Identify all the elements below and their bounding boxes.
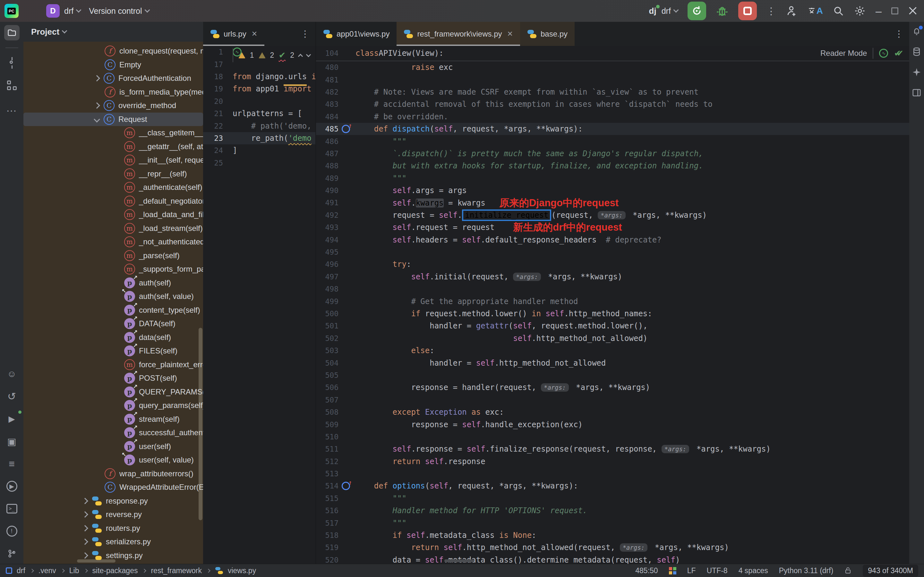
- terminal-tool-icon[interactable]: >_: [4, 501, 19, 516]
- tree-item-query_params-self-[interactable]: pQUERY_PARAMS(self): [23, 385, 203, 399]
- code-line-519[interactable]: 519 return self.http_method_not_allowed(…: [316, 542, 909, 554]
- code-line-506[interactable]: 506 response = handler(request, *args: *…: [316, 381, 909, 393]
- tree-item-_load_data_and_files-s[interactable]: m_load_data_and_files(s: [23, 208, 203, 222]
- stop-button[interactable]: [738, 2, 757, 20]
- code-line-485[interactable]: 485 def dispatch(self, request, *args, *…: [316, 123, 909, 135]
- chevron-right-icon[interactable]: [82, 538, 88, 545]
- code-line-480[interactable]: 480 raise exc: [316, 61, 909, 73]
- breadcrumb-item[interactable]: Lib: [69, 566, 79, 575]
- code-line-25[interactable]: 25: [203, 157, 315, 169]
- rerun-button[interactable]: [687, 2, 706, 20]
- breadcrumb-item[interactable]: drf: [17, 566, 25, 575]
- problems-tool-icon[interactable]: !: [4, 524, 19, 539]
- code-line-511[interactable]: 511 self.response = self.finalize_respon…: [316, 443, 909, 455]
- tree-item-__repr__-self-[interactable]: m__repr__(self): [23, 167, 203, 181]
- tab-base-py[interactable]: base.py: [520, 22, 575, 46]
- code-line-19[interactable]: 19from app01 import views: [203, 83, 315, 95]
- tree-item-request[interactable]: CRequest: [23, 113, 203, 126]
- close-tab-icon[interactable]: ✕: [507, 30, 513, 38]
- tree-item-__init__-self-request-p[interactable]: m__init__(self, request, p: [23, 153, 203, 167]
- tree-item-_supports_form_parsin[interactable]: m_supports_form_parsin: [23, 263, 203, 276]
- tab-app01-views-py[interactable]: app01\views.py: [316, 22, 397, 46]
- code-line-499[interactable]: 499 # Get the appropriate handler method: [316, 295, 909, 307]
- tree-item-stream-self-[interactable]: pstream(self): [23, 413, 203, 426]
- debug-button[interactable]: [716, 5, 729, 17]
- more-tools-icon[interactable]: …: [4, 100, 19, 116]
- code-line-488[interactable]: 488 but with extra hooks for startup, fi…: [316, 160, 909, 172]
- history-tool-icon[interactable]: ↺: [4, 389, 19, 404]
- previous-problem-icon[interactable]: [298, 54, 303, 59]
- tree-item-user-self-value-[interactable]: puser(self, value): [23, 453, 203, 467]
- tree-item-empty[interactable]: CEmpty: [23, 58, 203, 72]
- python-packages-tool-icon[interactable]: ▣: [4, 434, 19, 449]
- code-line-487[interactable]: 487 `.dispatch()` is pretty much the sam…: [316, 148, 909, 160]
- notifications-bell-icon[interactable]: [912, 26, 921, 36]
- tree-item-auth-self-value-[interactable]: pauth(self, value): [23, 290, 203, 303]
- tree-item-response-py[interactable]: response.py: [23, 494, 203, 508]
- sticky-line[interactable]: 104 class APIView(View): Reader Mode ∿ ✔…: [316, 46, 909, 61]
- tree-item-user-self-[interactable]: puser(self): [23, 440, 203, 453]
- all-checks-passed-icon[interactable]: ✔✔: [894, 48, 903, 58]
- code-line-481[interactable]: 481: [316, 73, 909, 85]
- code-line-21[interactable]: 21urlpatterns = [: [203, 108, 315, 119]
- tree-item-is_form_media_type-medi[interactable]: fis_form_media_type(medi: [23, 85, 203, 99]
- services-tool-icon[interactable]: ≡: [4, 456, 19, 471]
- project-panel-header[interactable]: Project: [23, 22, 203, 42]
- tree-item-post-self-[interactable]: pPOST(self): [23, 371, 203, 385]
- code-line-496[interactable]: 496 try:: [316, 258, 909, 271]
- tree-item-_load_stream-self-[interactable]: m_load_stream(self): [23, 222, 203, 235]
- breadcrumb-item[interactable]: site-packages: [92, 566, 138, 575]
- cursor-position[interactable]: 485:50: [635, 566, 658, 575]
- tab-options-icon[interactable]: ⋮: [295, 22, 315, 46]
- code-with-me-button[interactable]: [786, 5, 798, 17]
- code-line-510[interactable]: 510: [316, 431, 909, 443]
- close-tab-icon[interactable]: ✕: [252, 30, 257, 38]
- tab-rest-framework-views-py[interactable]: rest_framework\views.py ✕: [397, 22, 520, 46]
- project-widget[interactable]: D drf: [46, 4, 81, 18]
- tree-item-_parse-self-[interactable]: m_parse(self): [23, 249, 203, 263]
- code-line-22[interactable]: 22 # path('demo,: [203, 119, 315, 132]
- breadcrumb-item[interactable]: views.py: [228, 566, 256, 575]
- window-minimize-button[interactable]: –: [876, 5, 882, 17]
- tree-item-data-self-[interactable]: pDATA(self): [23, 317, 203, 331]
- indent-style[interactable]: 4 spaces: [739, 566, 768, 575]
- code-line-495[interactable]: 495: [316, 246, 909, 258]
- chevron-right-icon[interactable]: [82, 525, 88, 532]
- tree-item-override_method[interactable]: Coverride_method: [23, 99, 203, 113]
- tree-item-successful_authenticat[interactable]: psuccessful_authenticat: [23, 426, 203, 440]
- overrides-method-icon[interactable]: [342, 125, 350, 133]
- run-tool-icon[interactable]: ▶: [4, 411, 19, 427]
- chevron-right-icon[interactable]: [94, 102, 100, 109]
- code-line-497[interactable]: 497 self.initial(request, *args: *args, …: [316, 271, 909, 283]
- tree-item-_authenticate-self-[interactable]: m_authenticate(self): [23, 181, 203, 194]
- tree-item-files-self-[interactable]: pFILES(self): [23, 344, 203, 358]
- assistant-tool-icon[interactable]: ☺: [4, 366, 19, 382]
- more-actions-icon[interactable]: ⋮: [766, 5, 776, 17]
- code-line-493[interactable]: 493 self.request = request 新生成的drf中的requ…: [316, 221, 909, 234]
- code-line-486[interactable]: 486 """: [316, 135, 909, 147]
- project-tool-icon[interactable]: [4, 25, 19, 40]
- window-maximize-button[interactable]: [891, 7, 898, 15]
- tree-item-__getattr__-self-attr-[interactable]: m__getattr__(self, attr): [23, 140, 203, 154]
- search-everywhere-button[interactable]: [832, 5, 844, 17]
- code-line-498[interactable]: 498: [316, 283, 909, 295]
- tree-item-force_plaintext_errors-[interactable]: mforce_plaintext_errors(: [23, 358, 203, 372]
- code-line-484[interactable]: 484 # be overridden.: [316, 111, 909, 123]
- code-line-18[interactable]: 18from django.urls import path, re_path: [203, 71, 315, 83]
- device-manager-icon[interactable]: [912, 88, 921, 98]
- code-line-24[interactable]: 24]: [203, 144, 315, 156]
- code-line-483[interactable]: 483 # accidental removal of this exempti…: [316, 98, 909, 110]
- chevron-right-icon[interactable]: [82, 511, 88, 518]
- tree-item-__class_getitem__-cls-[interactable]: m__class_getitem__((cls,: [23, 126, 203, 140]
- editor-horizontal-scrollbar[interactable]: [444, 559, 474, 562]
- tree-item-content_type-self-[interactable]: pcontent_type(self): [23, 303, 203, 317]
- code-line-494[interactable]: 494 self.headers = self.default_response…: [316, 234, 909, 246]
- code-line-503[interactable]: 503 else:: [316, 345, 909, 357]
- code-line-492[interactable]: 492 request = self.initialize_request(re…: [316, 209, 909, 221]
- chevron-right-icon[interactable]: [82, 498, 88, 504]
- next-problem-icon[interactable]: [306, 52, 311, 57]
- code-line-23[interactable]: 23 re_path('demo: [203, 132, 315, 144]
- tree-vertical-scrollbar[interactable]: [198, 328, 202, 520]
- tree-item-reverse-py[interactable]: reverse.py: [23, 508, 203, 522]
- ai-assistant-icon[interactable]: [912, 67, 921, 77]
